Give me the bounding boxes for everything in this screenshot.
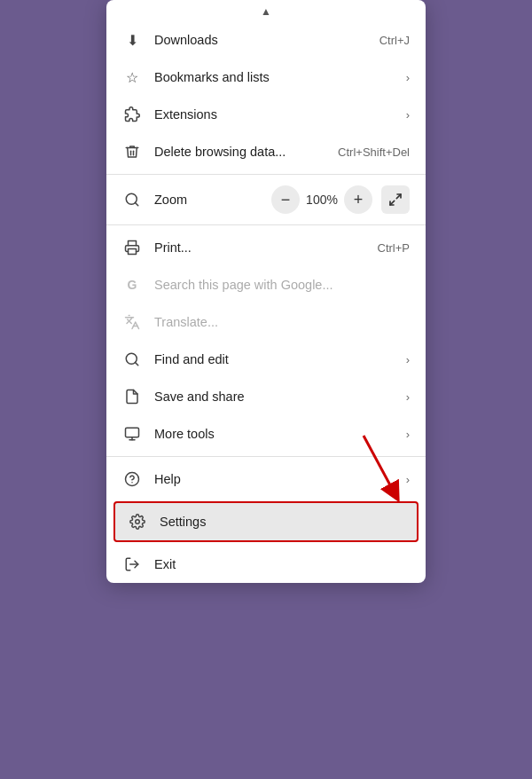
menu-item-extensions[interactable]: Extensions › — [106, 96, 426, 133]
menu-item-find-edit[interactable]: Find and edit › — [106, 341, 426, 378]
more-tools-arrow: › — [406, 428, 410, 441]
menu-item-save-share[interactable]: Save and share › — [106, 378, 426, 415]
menu-item-downloads[interactable]: ⬇ Downloads Ctrl+J — [106, 21, 426, 59]
delete-browsing-label: Delete browsing data... — [154, 145, 327, 159]
divider-3 — [106, 456, 426, 457]
svg-rect-4 — [129, 249, 137, 255]
menu-item-help[interactable]: Help › — [106, 460, 426, 498]
menu-item-more-tools[interactable]: More tools › — [106, 415, 426, 452]
bookmarks-icon: ☆ — [122, 67, 142, 87]
zoom-icon — [122, 190, 142, 209]
help-arrow: › — [406, 473, 410, 486]
menu-item-translate[interactable]: Translate... — [106, 303, 426, 341]
zoom-increase-button[interactable]: + — [344, 185, 372, 214]
menu-item-print[interactable]: Print... Ctrl+P — [106, 229, 426, 266]
translate-icon — [122, 312, 142, 332]
menu-item-bookmarks[interactable]: ☆ Bookmarks and lists › — [106, 59, 426, 96]
zoom-decrease-button[interactable]: − — [271, 185, 300, 214]
save-share-label: Save and share — [154, 390, 399, 404]
help-label: Help — [154, 472, 399, 486]
caret-up-icon: ▲ — [106, 0, 426, 21]
find-edit-label: Find and edit — [154, 352, 399, 366]
find-edit-arrow: › — [406, 353, 410, 366]
delete-browsing-icon — [122, 142, 142, 161]
google-icon: G — [122, 275, 142, 295]
extensions-label: Extensions — [154, 107, 399, 122]
zoom-label: Zoom — [154, 193, 271, 207]
more-tools-icon — [122, 424, 142, 444]
browser-menu: ▲ ⬇ Downloads Ctrl+J ☆ Bookmarks and lis… — [106, 0, 426, 583]
downloads-label: Downloads — [154, 33, 369, 47]
zoom-fullscreen-button[interactable] — [381, 185, 410, 214]
print-label: Print... — [154, 240, 367, 255]
divider-2 — [106, 224, 426, 225]
translate-label: Translate... — [154, 315, 410, 329]
svg-line-1 — [135, 202, 137, 205]
print-icon — [122, 238, 142, 257]
save-share-icon — [122, 387, 142, 406]
exit-label: Exit — [154, 557, 410, 571]
more-tools-label: More tools — [154, 427, 399, 441]
find-edit-icon — [122, 350, 142, 369]
settings-label: Settings — [160, 515, 404, 529]
menu-item-delete-browsing[interactable]: Delete browsing data... Ctrl+Shift+Del — [106, 133, 426, 170]
downloads-shortcut: Ctrl+J — [379, 34, 410, 47]
help-icon — [122, 469, 142, 489]
exit-icon — [122, 555, 142, 574]
search-google-label: Search this page with Google... — [154, 278, 410, 292]
downloads-icon: ⬇ — [122, 30, 142, 50]
delete-browsing-shortcut: Ctrl+Shift+Del — [338, 146, 410, 159]
menu-item-exit[interactable]: Exit — [106, 546, 426, 583]
svg-point-12 — [136, 520, 140, 524]
bookmarks-arrow: › — [406, 71, 410, 84]
print-shortcut: Ctrl+P — [378, 241, 410, 255]
zoom-value: 100% — [305, 193, 339, 207]
svg-line-6 — [135, 362, 137, 365]
save-share-arrow: › — [406, 390, 410, 404]
zoom-controls: − 100% + — [271, 185, 410, 214]
svg-rect-7 — [126, 428, 139, 437]
menu-item-search-google[interactable]: G Search this page with Google... — [106, 266, 426, 303]
extensions-icon — [122, 105, 142, 124]
settings-icon — [128, 512, 147, 531]
zoom-row: Zoom − 100% + — [106, 178, 426, 221]
menu-item-settings[interactable]: Settings — [113, 501, 419, 542]
extensions-arrow: › — [406, 108, 410, 122]
divider-1 — [106, 174, 426, 175]
bookmarks-label: Bookmarks and lists — [154, 70, 399, 84]
